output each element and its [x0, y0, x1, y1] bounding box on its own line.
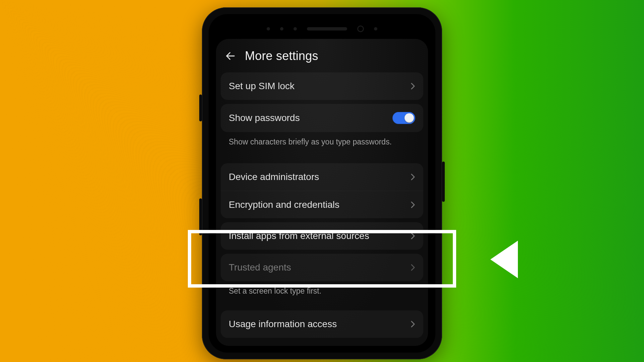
chevron-right-icon	[411, 201, 415, 208]
item-trusted-agents[interactable]: Trusted agents	[221, 254, 423, 281]
item-device-administrators[interactable]: Device administrators	[221, 163, 423, 191]
item-label: Install apps from external sources	[229, 231, 369, 241]
annotation-arrow-left-icon	[490, 241, 518, 278]
settings-list: Set up SIM lock Show passwords Show char…	[216, 72, 428, 338]
appbar: More settings	[216, 39, 428, 72]
item-sim-lock[interactable]: Set up SIM lock	[221, 72, 423, 100]
item-caption: Set a screen lock type first.	[221, 281, 423, 300]
item-usage-information-access[interactable]: Usage information access	[221, 310, 423, 338]
phone-side-button	[442, 162, 445, 202]
phone-side-button	[199, 198, 202, 235]
chevron-right-icon	[411, 264, 415, 271]
item-label: Set up SIM lock	[229, 81, 294, 92]
chevron-right-icon	[411, 82, 415, 90]
item-label: Trusted agents	[229, 262, 291, 273]
phone-frame: More settings Set up SIM lock Show passw…	[202, 7, 442, 359]
item-show-passwords[interactable]: Show passwords	[221, 104, 423, 132]
item-encryption-credentials[interactable]: Encryption and credentials	[221, 191, 423, 218]
item-label: Show passwords	[229, 113, 300, 123]
chevron-right-icon	[411, 232, 415, 240]
back-arrow-icon[interactable]	[225, 50, 236, 62]
item-caption: Show characters briefly as you type pass…	[221, 132, 423, 150]
phone-sensors	[209, 23, 435, 35]
page-title: More settings	[245, 49, 318, 63]
toggle-switch-on[interactable]	[392, 112, 415, 124]
phone-screen: More settings Set up SIM lock Show passw…	[216, 39, 428, 346]
item-label: Usage information access	[229, 319, 337, 329]
item-label: Device administrators	[229, 172, 319, 182]
item-install-external-sources[interactable]: Install apps from external sources	[221, 222, 423, 250]
item-label: Encryption and credentials	[229, 199, 339, 210]
chevron-right-icon	[411, 173, 415, 181]
phone-side-button	[199, 95, 202, 121]
phone-bezel: More settings Set up SIM lock Show passw…	[209, 14, 435, 353]
chevron-right-icon	[411, 320, 415, 328]
